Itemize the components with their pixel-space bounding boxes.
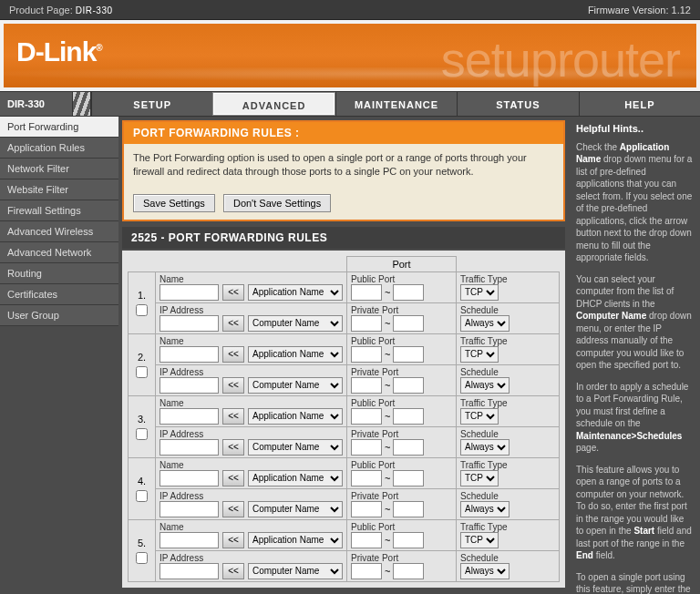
rule-5-schedule-select[interactable]: Always (460, 563, 510, 579)
rule-5-name-input[interactable] (160, 532, 219, 548)
ip-address-label: IP Address (160, 367, 343, 377)
rule-1-schedule-select[interactable]: Always (460, 315, 510, 332)
rule-4-private-port-start[interactable] (351, 501, 382, 517)
rule-3-copy-computer-button[interactable]: << (222, 439, 244, 456)
rule-4-enable-checkbox[interactable] (136, 490, 148, 502)
rule-2-schedule-select[interactable]: Always (460, 377, 510, 394)
sidebar-item-application-rules[interactable]: Application Rules (0, 138, 118, 159)
rule-5-public-port-end[interactable] (393, 532, 424, 548)
sidebar-item-user-group[interactable]: User Group (0, 305, 118, 326)
product-model[interactable]: DIR-330 (76, 5, 113, 15)
rule-4-public-port-end[interactable] (393, 470, 424, 486)
save-settings-button[interactable]: Save Settings (133, 194, 215, 212)
rule-1-private-port-end[interactable] (393, 315, 424, 332)
rule-4-copy-app-button[interactable]: << (222, 470, 244, 486)
tab-setup[interactable]: SETUP (91, 92, 212, 116)
rule-1-copy-computer-button[interactable]: << (222, 315, 244, 332)
sidebar-item-advanced-network[interactable]: Advanced Network (0, 242, 118, 263)
main-tabs: DIR-330 SETUPADVANCEDMAINTENANCESTATUSHE… (0, 91, 700, 117)
schedule-label: Schedule (460, 491, 555, 501)
rule-5-traffic-select[interactable]: TCP (460, 532, 499, 548)
rule-5-traffic-cell: Traffic TypeTCP (457, 519, 560, 550)
sidebar-item-certificates[interactable]: Certificates (0, 284, 118, 305)
rule-4-computer-select[interactable]: Computer Name (248, 501, 343, 517)
sidebar-item-port-forwarding[interactable]: Port Forwarding (0, 117, 118, 138)
firmware-value: 1.12 (672, 5, 691, 15)
rule-4-private-port-end[interactable] (393, 501, 424, 517)
rule-5-copy-app-button[interactable]: << (222, 532, 244, 548)
rule-1-public-port-end[interactable] (393, 284, 424, 301)
rule-5-copy-computer-button[interactable]: << (222, 563, 244, 579)
hint-3: In order to apply a schedule to a Port F… (576, 381, 693, 455)
rule-2-index: 2. (129, 333, 156, 395)
rule-1-name-input[interactable] (160, 284, 219, 301)
ip-address-label: IP Address (160, 429, 343, 439)
schedule-label: Schedule (460, 429, 555, 439)
tab-stripes (73, 92, 91, 116)
rule-5-enable-checkbox[interactable] (136, 552, 148, 564)
rule-4-name-input[interactable] (160, 470, 219, 486)
rule-4-copy-computer-button[interactable]: << (222, 501, 244, 517)
tab-advanced[interactable]: ADVANCED (212, 92, 335, 116)
rule-3-enable-checkbox[interactable] (136, 428, 148, 440)
rule-1-computer-select[interactable]: Computer Name (248, 315, 343, 332)
rule-1-public-port-start[interactable] (351, 284, 382, 301)
rule-1-application-select[interactable]: Application Name (248, 284, 343, 301)
rule-3-schedule-select[interactable]: Always (460, 439, 510, 456)
sidebar-item-network-filter[interactable]: Network Filter (0, 159, 118, 179)
rule-3-traffic-select[interactable]: TCP (460, 408, 499, 425)
sidebar-item-firewall-settings[interactable]: Firewall Settings (0, 200, 118, 221)
rule-5-application-select[interactable]: Application Name (248, 532, 343, 548)
rule-2-traffic-select[interactable]: TCP (460, 346, 499, 363)
rule-3-private-port-end[interactable] (393, 439, 424, 456)
sidebar-item-advanced-wireless[interactable]: Advanced Wireless (0, 221, 118, 242)
rule-2-computer-select[interactable]: Computer Name (248, 377, 343, 394)
rule-3-public-port-end[interactable] (393, 408, 424, 425)
rule-2-private-port-start[interactable] (351, 377, 382, 394)
hint-4: This feature allows you to open a range … (576, 464, 693, 562)
rule-2-copy-computer-button[interactable]: << (222, 377, 244, 394)
rule-5-public-port-start[interactable] (351, 532, 382, 548)
rule-5-ip-cell: IP Address<<Computer Name (156, 550, 347, 581)
rule-1-enable-checkbox[interactable] (136, 304, 148, 316)
rule-3-application-select[interactable]: Application Name (248, 408, 343, 425)
rule-2-enable-checkbox[interactable] (136, 366, 148, 378)
rule-2-name-input[interactable] (160, 346, 219, 363)
sidebar-item-routing[interactable]: Routing (0, 263, 118, 284)
rule-3-computer-select[interactable]: Computer Name (248, 439, 343, 456)
tab-help[interactable]: HELP (579, 92, 700, 116)
rule-2-ip-input[interactable] (160, 377, 219, 394)
tab-status[interactable]: STATUS (457, 92, 578, 116)
rule-1-private-port-start[interactable] (351, 315, 382, 332)
rule-4-private-port-cell: Private Port~ (347, 488, 457, 519)
public-port-label: Public Port (351, 336, 452, 346)
rule-5-ip-input[interactable] (160, 563, 219, 579)
rule-3-name-input[interactable] (160, 408, 219, 425)
rule-3-copy-app-button[interactable]: << (222, 408, 244, 425)
rule-1-copy-app-button[interactable]: << (222, 284, 244, 301)
sidebar-item-website-filter[interactable]: Website Filter (0, 179, 118, 200)
rule-3-private-port-start[interactable] (351, 439, 382, 456)
rule-1-traffic-select[interactable]: TCP (460, 284, 499, 301)
rule-2-copy-app-button[interactable]: << (222, 346, 244, 363)
rule-3-ip-input[interactable] (160, 439, 219, 456)
rule-5-computer-select[interactable]: Computer Name (248, 563, 343, 579)
rule-4-application-select[interactable]: Application Name (248, 470, 343, 486)
rule-2-private-port-end[interactable] (393, 377, 424, 394)
rule-4-public-port-start[interactable] (351, 470, 382, 486)
name-label: Name (160, 522, 343, 532)
rule-4-schedule-select[interactable]: Always (460, 501, 510, 517)
dont-save-settings-button[interactable]: Don't Save Settings (223, 194, 331, 212)
rule-5-private-port-end[interactable] (393, 563, 424, 579)
rule-2-application-select[interactable]: Application Name (248, 346, 343, 363)
rule-2-public-port-start[interactable] (351, 346, 382, 363)
traffic-type-label: Traffic Type (460, 460, 555, 470)
rule-5-private-port-start[interactable] (351, 563, 382, 579)
banner: D-Link® setuprouter (0, 20, 700, 91)
rule-2-public-port-end[interactable] (393, 346, 424, 363)
tab-maintenance[interactable]: MAINTENANCE (335, 92, 457, 116)
rule-4-ip-input[interactable] (160, 501, 219, 517)
rule-3-public-port-start[interactable] (351, 408, 382, 425)
rule-1-ip-input[interactable] (160, 315, 219, 332)
rule-4-traffic-select[interactable]: TCP (460, 470, 499, 486)
